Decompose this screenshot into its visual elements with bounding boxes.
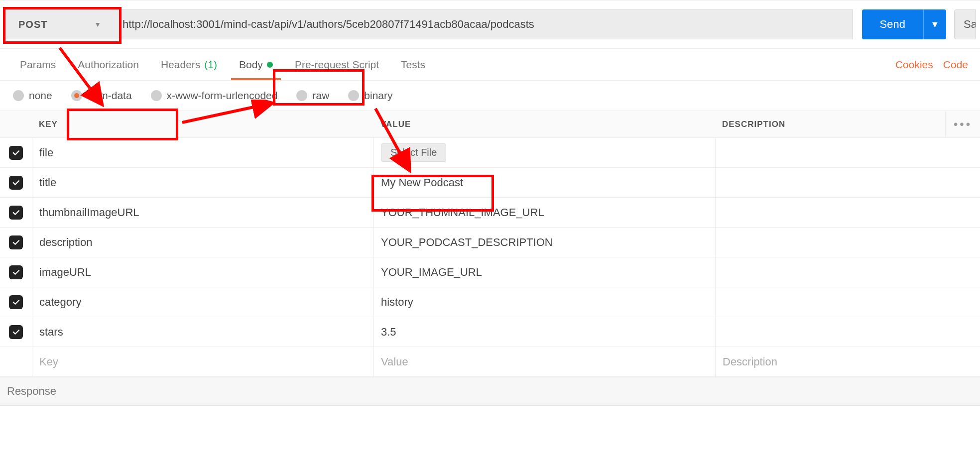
row-checkbox[interactable] <box>9 146 23 160</box>
table-row: titleMy New Podcast <box>0 168 980 198</box>
table-row: categoryhistory <box>0 287 980 317</box>
row-checkbox[interactable] <box>9 176 23 190</box>
radio-icon <box>296 90 307 101</box>
value-cell[interactable]: YOUR_IMAGE_URL <box>373 257 715 287</box>
chevron-down-icon: ▼ <box>94 20 102 28</box>
row-checkbox[interactable] <box>9 265 23 279</box>
table-row: descriptionYOUR_PODCAST_DESCRIPTION <box>0 228 980 257</box>
radio-icon <box>151 90 162 101</box>
description-cell[interactable] <box>715 198 980 227</box>
radio-icon <box>71 90 82 101</box>
tab-params[interactable]: Params <box>9 50 67 80</box>
table-header: KEY VALUE DESCRIPTION ••• <box>0 111 980 138</box>
tab-authorization[interactable]: Authorization <box>67 50 150 80</box>
select-file-button[interactable]: Select File <box>381 143 446 162</box>
row-checkbox[interactable] <box>9 206 23 220</box>
key-cell[interactable]: title <box>32 168 373 197</box>
radio-icon <box>348 90 359 101</box>
row-checkbox[interactable] <box>9 325 23 339</box>
save-button[interactable]: Save <box>954 9 976 39</box>
http-method-select[interactable]: POST ▼ <box>4 9 114 39</box>
table-row: imageURLYOUR_IMAGE_URL <box>0 257 980 287</box>
request-tabs: Params Authorization Headers (1) Body Pr… <box>0 49 980 81</box>
description-cell[interactable] <box>715 168 980 197</box>
value-cell[interactable]: 3.5 <box>373 317 715 347</box>
table-row-placeholder[interactable]: Key Value Description <box>0 347 980 377</box>
response-label: Response <box>7 385 56 398</box>
value-cell[interactable]: YOUR_THUMNAIL_IMAGE_URL <box>373 198 715 227</box>
request-url-input[interactable] <box>114 9 853 39</box>
code-link[interactable]: Code <box>943 59 968 71</box>
body-type-form-data[interactable]: form-data <box>71 90 132 102</box>
key-cell[interactable]: description <box>32 228 373 257</box>
chevron-down-icon: ▼ <box>931 19 940 30</box>
response-section-header: Response <box>0 377 980 406</box>
key-cell[interactable]: category <box>32 287 373 317</box>
value-input-placeholder[interactable]: Value <box>373 347 715 376</box>
table-row: thumbnailImageURLYOUR_THUMNAIL_IMAGE_URL <box>0 198 980 228</box>
body-type-urlencoded[interactable]: x-www-form-urlencoded <box>151 90 278 102</box>
description-cell[interactable] <box>715 317 980 347</box>
column-description: DESCRIPTION <box>715 119 945 129</box>
send-button[interactable]: Send <box>862 9 923 39</box>
description-cell[interactable] <box>715 287 980 317</box>
value-cell[interactable]: history <box>373 287 715 317</box>
table-row: fileSelect File <box>0 138 980 168</box>
row-checkbox[interactable] <box>9 235 23 249</box>
description-cell[interactable] <box>715 257 980 287</box>
column-value: VALUE <box>373 119 715 129</box>
send-dropdown-button[interactable]: ▼ <box>923 9 946 39</box>
row-checkbox[interactable] <box>9 295 23 309</box>
tab-body[interactable]: Body <box>228 50 284 80</box>
value-cell[interactable]: Select File <box>373 138 715 167</box>
key-cell[interactable]: file <box>32 138 373 167</box>
description-cell[interactable] <box>715 138 980 167</box>
description-cell[interactable] <box>715 228 980 257</box>
tab-tests[interactable]: Tests <box>390 50 436 80</box>
dot-indicator-icon <box>267 62 273 68</box>
tab-prerequest-script[interactable]: Pre-request Script <box>284 50 390 80</box>
key-cell[interactable]: thumbnailImageURL <box>32 198 373 227</box>
key-cell[interactable]: stars <box>32 317 373 347</box>
body-type-none[interactable]: none <box>13 90 52 102</box>
cookies-link[interactable]: Cookies <box>895 59 933 71</box>
key-input-placeholder[interactable]: Key <box>32 347 373 376</box>
http-method-label: POST <box>18 19 47 30</box>
body-type-binary[interactable]: binary <box>348 90 392 102</box>
body-type-selector: none form-data x-www-form-urlencoded raw… <box>0 81 980 111</box>
request-bar: POST ▼ Send ▼ Save <box>0 0 980 49</box>
body-type-raw[interactable]: raw <box>296 90 329 102</box>
form-data-table: KEY VALUE DESCRIPTION ••• fileSelect Fil… <box>0 111 980 377</box>
key-cell[interactable]: imageURL <box>32 257 373 287</box>
table-options-button[interactable]: ••• <box>945 111 980 137</box>
value-cell[interactable]: YOUR_PODCAST_DESCRIPTION <box>373 228 715 257</box>
radio-icon <box>13 90 24 101</box>
description-input-placeholder[interactable]: Description <box>715 347 980 376</box>
table-row: stars3.5 <box>0 317 980 347</box>
tab-headers[interactable]: Headers (1) <box>150 50 228 80</box>
value-cell[interactable]: My New Podcast <box>373 168 715 197</box>
column-key: KEY <box>32 119 373 129</box>
